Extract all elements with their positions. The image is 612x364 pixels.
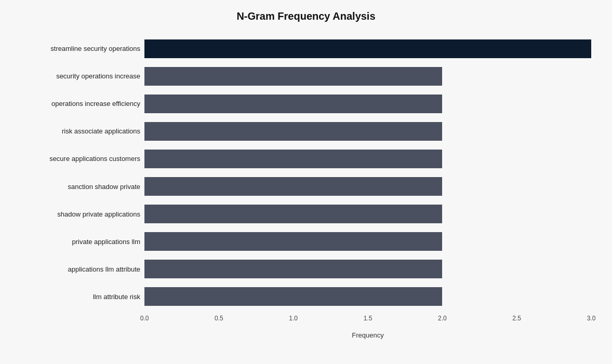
bar-fill [144,39,591,58]
bar-label: secure applications customers [21,155,144,163]
bar-label: operations increase efficiency [21,100,144,107]
bar-row: llm attribute risk [21,283,591,311]
bar-row: risk associate applications [21,117,591,145]
bar-track [144,67,591,86]
bar-label: sanction shadow private [21,183,144,191]
bar-track [144,39,591,58]
x-tick: 2.5 [512,315,521,322]
x-axis-label: Frequency [21,331,591,339]
bar-fill [144,150,442,168]
bar-fill [144,260,442,278]
bar-track [144,150,591,168]
bar-fill [144,232,442,251]
x-tick: 1.5 [364,315,372,322]
bar-label: security operations increase [21,72,144,80]
bar-fill [144,177,442,196]
bar-row: security operations increase [21,62,591,90]
bar-track [144,205,591,223]
bar-track [144,122,591,141]
bar-fill [144,67,442,86]
chart-container: N-Gram Frequency Analysis streamline sec… [0,0,612,364]
bar-track [144,287,591,306]
x-tick: 0.0 [140,315,149,322]
bar-label: shadow private applications [21,210,144,218]
bar-label: streamline security operations [21,45,144,52]
bar-label: private applications llm [21,238,144,246]
bar-label: risk associate applications [21,127,144,135]
bar-row: shadow private applications [21,200,591,228]
bar-row: streamline security operations [21,35,591,62]
bar-track [144,260,591,278]
bar-row: private applications llm [21,228,591,255]
bar-fill [144,205,442,223]
x-axis: 0.00.51.01.52.02.53.0 [21,315,591,330]
chart-area: streamline security operationssecurity o… [21,35,591,311]
x-tick: 1.0 [289,315,298,322]
bar-row: applications llm attribute [21,255,591,283]
bar-label: llm attribute risk [21,293,144,301]
bar-label: applications llm attribute [21,265,144,273]
bar-track [144,232,591,251]
bar-fill [144,95,442,113]
chart-title: N-Gram Frequency Analysis [21,10,591,22]
bar-track [144,177,591,196]
x-tick: 0.5 [215,315,223,322]
bar-fill [144,287,442,306]
bar-fill [144,122,442,141]
bar-row: operations increase efficiency [21,90,591,117]
bar-row: sanction shadow private [21,172,591,200]
x-tick: 2.0 [438,315,447,322]
x-tick: 3.0 [587,315,596,322]
bar-track [144,95,591,113]
bar-row: secure applications customers [21,145,591,172]
